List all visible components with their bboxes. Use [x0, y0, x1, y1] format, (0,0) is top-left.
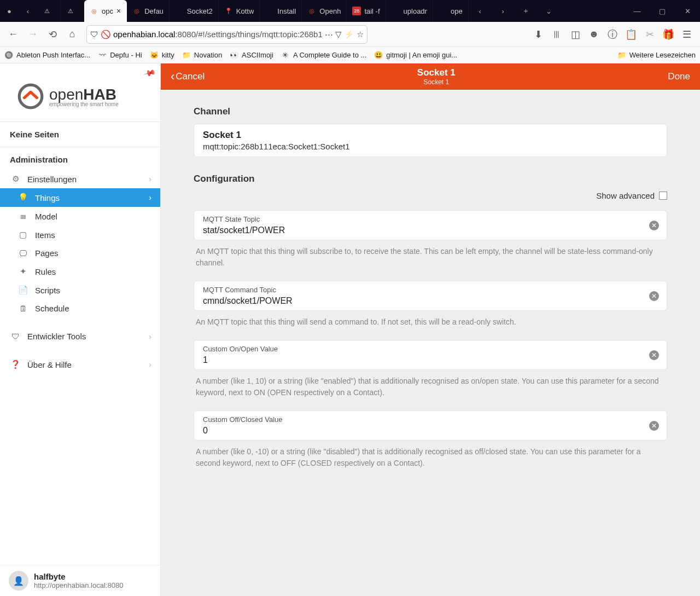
svg-point-0: [19, 85, 42, 108]
sidebar-admin-header: Administration: [0, 147, 160, 170]
bookmark-star-icon[interactable]: ☆: [357, 30, 364, 39]
other-bookmarks-label: Weitere Lesezeichen: [629, 51, 696, 59]
channel-name: Socket 1: [203, 130, 658, 141]
downloads-icon[interactable]: ⬇: [529, 26, 547, 43]
window-close-button[interactable]: ✕: [675, 0, 700, 22]
logo-subtitle: empowering the smart home: [49, 101, 119, 107]
bookmark-item[interactable]: 🐱kitty: [150, 51, 174, 60]
other-bookmarks[interactable]: 📁 Weitere Lesezeichen: [617, 51, 696, 60]
sidebar-item-icon: ▢: [16, 230, 30, 240]
bookmark-label: gitmoji | An emoji gui...: [386, 51, 457, 59]
clear-icon[interactable]: ✕: [649, 350, 659, 360]
bookmark-item[interactable]: ✳A Complete Guide to ...: [281, 51, 366, 60]
field-input[interactable]: [203, 355, 658, 365]
done-button[interactable]: Done: [668, 71, 690, 82]
sidebar-item-schedule[interactable]: 🗓Schedule: [0, 299, 160, 317]
sidebar-item--ber-hilfe[interactable]: ❓Über & Hilfe›: [0, 355, 160, 374]
sidebar-item-label: Einstellungen: [27, 175, 77, 184]
browser-tab[interactable]: uploadr: [386, 0, 433, 22]
sidebar-item-entwickler-tools[interactable]: 🛡Entwickler Tools›: [0, 327, 160, 345]
clipboard-icon[interactable]: 📋: [622, 26, 640, 43]
field-input[interactable]: [203, 296, 658, 306]
cancel-button[interactable]: ‹ Cancel: [171, 70, 205, 84]
clear-icon[interactable]: ✕: [649, 421, 659, 431]
browser-tab[interactable]: ⚠: [61, 0, 84, 22]
bookmark-item[interactable]: 〰Depfu - Hi: [98, 51, 142, 60]
browser-tab[interactable]: ◎opc×: [84, 0, 127, 22]
bookmark-item[interactable]: 👀ASCIImoji: [230, 51, 273, 60]
field-input[interactable]: [203, 225, 658, 235]
url-bar[interactable]: 🛡 🚫 openhabian.local:8080/#!/settings/th…: [86, 25, 368, 44]
overflow-icon[interactable]: 🎁: [660, 26, 677, 43]
menu-icon[interactable]: ☰: [678, 26, 696, 43]
bookmark-label: A Complete Guide to ...: [293, 51, 366, 59]
show-advanced-row[interactable]: Show advanced: [194, 191, 667, 200]
sidebar-footer[interactable]: 👤 halfbyte http://openhabian.local:8080: [0, 565, 160, 596]
topbar: ‹ Cancel Socket 1 Socket 1 Done: [161, 63, 700, 90]
field-input[interactable]: [203, 426, 658, 436]
sidebar-item-items[interactable]: ▢Items: [0, 225, 160, 244]
nav-back-button[interactable]: ←: [4, 26, 22, 43]
tab-scroll-left[interactable]: ‹: [19, 0, 37, 22]
sidebar-icon[interactable]: ◫: [567, 26, 584, 43]
page-subtitle: Socket 1: [205, 78, 668, 86]
sidebar-item-pages[interactable]: 🖵Pages: [0, 244, 160, 262]
window-minimize-button[interactable]: —: [625, 0, 650, 22]
sidebar-item-label: Model: [35, 212, 57, 221]
browser-tab[interactable]: ⚠: [37, 0, 61, 22]
browser-tab[interactable]: ◎Openh: [302, 0, 347, 22]
more-icon[interactable]: ⋯: [325, 30, 333, 39]
clear-icon[interactable]: ✕: [649, 221, 659, 230]
show-advanced-label: Show advanced: [596, 191, 655, 200]
browser-tab[interactable]: 28tail -f: [347, 0, 386, 22]
tab-close-icon[interactable]: ×: [116, 7, 121, 15]
sidebar-item-things[interactable]: 💡Things›: [0, 188, 160, 207]
clear-icon[interactable]: ✕: [649, 291, 659, 301]
chevron-right-icon: ›: [149, 193, 151, 202]
info-icon[interactable]: ⓘ: [604, 26, 621, 43]
nav-home-button[interactable]: ⌂: [63, 26, 81, 43]
sidebar-item-label: Scripts: [35, 286, 60, 295]
sidebar-item-model[interactable]: ≣Model: [0, 207, 160, 225]
bookmark-favicon: ✳: [281, 51, 290, 60]
nav-forward-button[interactable]: →: [24, 26, 42, 43]
browser-tab[interactable]: ◎Defau: [127, 0, 170, 22]
chevron-right-icon: ›: [149, 175, 151, 183]
tab-dropdown-button[interactable]: ⌄: [540, 7, 558, 15]
sidebar-item-rules[interactable]: ✦Rules: [0, 262, 160, 281]
bookmark-item[interactable]: 😃gitmoji | An emoji gui...: [374, 51, 457, 60]
sidebar-item-scripts[interactable]: 📄Scripts: [0, 281, 160, 299]
show-advanced-checkbox[interactable]: [659, 192, 667, 200]
sidebar-item-label: Things: [35, 193, 60, 202]
nav-reload-button[interactable]: ⟲: [44, 26, 61, 43]
sidebar-item-icon: ✦: [16, 267, 30, 276]
chevron-right-icon: ›: [149, 332, 151, 341]
extension-icon[interactable]: ✂: [641, 26, 658, 43]
tab-favicon: ⚠: [66, 7, 75, 15]
sidebar-item-label: Rules: [35, 267, 56, 276]
browser-tab[interactable]: Install: [260, 0, 302, 22]
window-maximize-button[interactable]: ▢: [650, 0, 675, 22]
browser-tab[interactable]: 📍Kottw: [219, 0, 260, 22]
new-tab-button[interactable]: ＋: [517, 6, 535, 16]
footer-username: halfbyte: [34, 572, 123, 581]
tab-next-button[interactable]: ›: [494, 7, 512, 15]
reader-icon[interactable]: ⚡: [344, 30, 354, 39]
logo-text: openHAB: [49, 86, 119, 103]
tab-prev-button[interactable]: ‹: [471, 7, 489, 15]
field-help-text: A number (like 0, -10) or a string (like…: [194, 441, 667, 478]
pocket-icon[interactable]: ▽: [335, 30, 342, 39]
bookmark-item[interactable]: 🔘Ableton Push Interfac...: [4, 51, 90, 60]
bookmark-item[interactable]: 📁Novation: [182, 51, 222, 60]
chevron-left-icon: ‹: [171, 70, 174, 84]
library-icon[interactable]: ⫼: [548, 26, 565, 43]
account-icon[interactable]: ☻: [585, 26, 603, 43]
cancel-label: Cancel: [176, 71, 205, 82]
sidebar-item-einstellungen[interactable]: ⚙Einstellungen›: [0, 170, 160, 188]
content: Channel Socket 1 mqtt:topic:268b111eca:S…: [161, 90, 700, 494]
field-label: MQTT State Topic: [203, 215, 658, 223]
browser-tab[interactable]: ope: [433, 0, 469, 22]
bookmark-favicon: 😃: [374, 51, 383, 60]
browser-tab[interactable]: Socket2: [170, 0, 219, 22]
tab-title: Openh: [319, 7, 341, 15]
